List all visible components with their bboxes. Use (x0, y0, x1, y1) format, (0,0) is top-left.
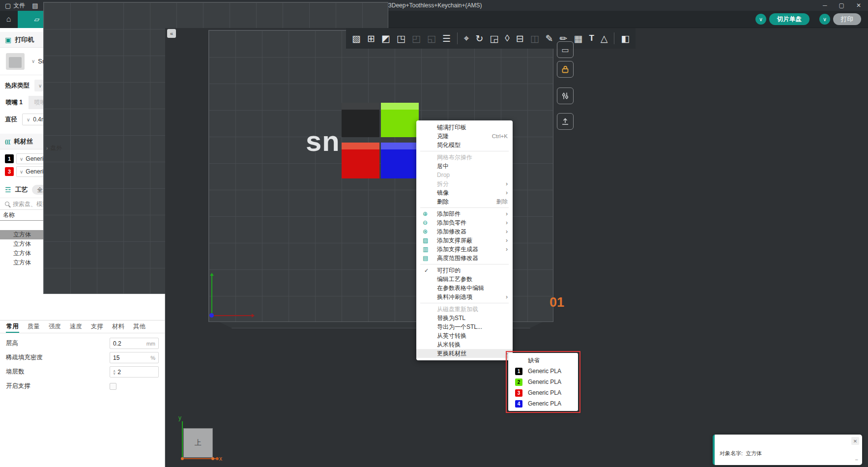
param-tab-speed[interactable]: 速度 (65, 321, 87, 333)
info-object-name: 对象名字: 立方体 (720, 450, 857, 457)
navigation-cube[interactable]: 上 (183, 428, 213, 458)
plate-adjust-button[interactable] (557, 88, 574, 104)
submenu-item-default[interactable]: 缺省 (508, 355, 578, 366)
printer-icon: ▣ (5, 36, 11, 44)
model-cube-black[interactable] (342, 103, 379, 137)
sliders-icon (561, 91, 570, 100)
menu-item-mirror[interactable]: 镜像› (416, 188, 513, 197)
file-menu[interactable]: ▢ 文件 (5, 1, 25, 10)
chevron-down-icon: ∨ (20, 156, 23, 162)
menu-item-printable[interactable]: ✓可打印的 (416, 266, 513, 275)
filament-section-title: 耗材丝 (14, 137, 33, 146)
param-tab-others[interactable]: 其他 (129, 321, 150, 333)
assembly-view-icon[interactable]: ☰ (442, 33, 451, 44)
print-button[interactable]: 打印 (833, 13, 861, 25)
filament-3-swatch[interactable]: 3 (5, 167, 14, 176)
plate-settings-button[interactable]: ▭ (557, 41, 574, 58)
cube-front-face (381, 110, 419, 137)
info-minimize-icon[interactable]: − (855, 457, 858, 463)
rotate-icon[interactable]: ↻ (475, 33, 483, 44)
menu-item-edit-in-table[interactable]: 在参数表格中编辑 (416, 284, 513, 292)
menu-item-height-range[interactable]: ▤高度范围修改器 (416, 254, 513, 263)
maximize-button[interactable]: ▢ (839, 2, 844, 9)
home-button[interactable]: ⌂ (0, 11, 18, 28)
menu-item-fill-plate[interactable]: 铺满打印板 (416, 123, 513, 132)
menu-item-delete[interactable]: 删除删除 (416, 197, 513, 206)
param-tab-material[interactable]: 材料 (108, 321, 129, 333)
measure-icon[interactable]: △ (601, 33, 608, 44)
param-tab-quality[interactable]: 质量 (23, 321, 44, 333)
close-button[interactable]: ✕ (856, 2, 861, 9)
info-close-icon[interactable]: ✕ (851, 437, 859, 445)
submenu-item-filament-3[interactable]: 3Generic PLA (508, 387, 578, 398)
menu-item-export-stl[interactable]: 导出为一个STL... (416, 322, 513, 331)
wall-loops-stepper[interactable]: ∧∨ (110, 366, 159, 378)
menu-item-add-negative[interactable]: ⊖添加负零件› (416, 218, 513, 227)
viewport-3d[interactable]: sn 01 « ▧ ⊞ ◩ ◳ ◰ ◱ ☰ ⌖ (165, 28, 868, 467)
support-paint-icon[interactable]: ✎ (546, 33, 553, 44)
menu-item-add-support-blocker[interactable]: ▨添加支撑屏蔽› (416, 236, 513, 245)
snapshot-icon[interactable]: ◳ (397, 33, 405, 44)
menu-item-change-filament[interactable]: 更换耗材丝› (416, 349, 513, 358)
color-paint-icon[interactable]: ▦ (574, 33, 582, 44)
model-cube-blue[interactable] (381, 143, 419, 178)
nozzle-tab-1[interactable]: 喷嘴 1 (0, 96, 29, 109)
menu-item-flush-options[interactable]: 换料冲刷选项› (416, 292, 513, 301)
split-view-icon[interactable]: ◧ (621, 33, 630, 44)
sidebar-collapse-button[interactable]: « (167, 29, 176, 38)
cube-front-face (342, 149, 379, 178)
arrow-up-icon (561, 117, 570, 126)
submenu-item-filament-4[interactable]: 4Generic PLA (508, 398, 578, 409)
param-tab-common[interactable]: 常用 (2, 321, 23, 333)
arrange-icon[interactable]: ⊞ (367, 33, 375, 44)
menu-item-center[interactable]: 居中 (416, 162, 513, 171)
auto-arrange-icon[interactable]: ▧ (352, 33, 361, 44)
table-row-outside[interactable]: ›盘外 (0, 267, 165, 277)
print-options-chevron[interactable]: ∨ (819, 14, 830, 25)
wall-loops-value[interactable] (117, 369, 155, 376)
menu-item-add-support-enforcer[interactable]: ▥添加支撑生成器› (416, 245, 513, 254)
menu-item-convert-meters[interactable]: 从米转换 (416, 340, 513, 349)
lift-objects-button[interactable] (557, 113, 574, 130)
plate-number-label: 01 (550, 295, 564, 310)
chevron-down-icon: ∨ (20, 169, 23, 175)
lay-flat-icon[interactable]: ◊ (505, 33, 509, 44)
submenu-item-filament-2[interactable]: 2Generic PLA (508, 377, 578, 387)
minimize-button[interactable]: ─ (823, 2, 827, 9)
add-negative-icon: ⊖ (423, 218, 428, 227)
infill-density-input[interactable]: % (110, 352, 159, 363)
scale-icon[interactable]: ◲ (490, 33, 498, 44)
filament-1-swatch[interactable]: 1 (5, 154, 14, 163)
infill-density-value[interactable] (113, 354, 148, 361)
bed-type-label: 热床类型 (5, 82, 29, 90)
layer-height-input[interactable]: mm (110, 338, 159, 349)
model-cube-green-selected[interactable] (381, 103, 419, 137)
auto-orient-icon[interactable]: ◩ (381, 33, 390, 44)
enable-support-checkbox[interactable] (110, 383, 116, 390)
height-range-icon: ▤ (423, 254, 428, 263)
plate-logo-text: sn (306, 124, 340, 157)
param-tab-strength[interactable]: 强度 (44, 321, 65, 333)
menu-item-replace-with-stl[interactable]: 替换为STL (416, 314, 513, 322)
support-blocker-icon: ▨ (423, 236, 428, 245)
lock-plate-button[interactable] (557, 61, 574, 78)
param-layer-height: 层高 mm (0, 336, 165, 350)
menu-item-add-part[interactable]: ⊕添加部件› (416, 209, 513, 218)
menu-item-convert-inches[interactable]: 从英寸转换 (416, 331, 513, 340)
file-icon: ▢ (5, 2, 11, 9)
notes-icon[interactable]: ▤ (32, 2, 38, 9)
param-tab-support[interactable]: 支撑 (87, 321, 108, 333)
model-cube-red[interactable] (342, 143, 379, 178)
cut-icon[interactable]: ⊟ (516, 33, 524, 44)
move-icon[interactable]: ⌖ (464, 33, 469, 44)
menu-item-add-modifier[interactable]: ⊛添加修改器› (416, 227, 513, 236)
slice-plate-button[interactable]: 切片单盘 (769, 13, 810, 25)
submenu-item-filament-1[interactable]: 1Generic PLA (508, 366, 578, 377)
menu-item-edit-process[interactable]: 编辑工艺参数 (416, 275, 513, 284)
menu-item-simplify[interactable]: 简化模型 (416, 141, 513, 149)
layer-height-value[interactable] (113, 340, 145, 347)
menu-item-clone[interactable]: 克隆Ctrl+K (416, 132, 513, 141)
slice-options-chevron[interactable]: ∨ (755, 14, 766, 25)
stepper-arrows-icon[interactable]: ∧∨ (113, 370, 116, 375)
text-tool-icon[interactable]: T (589, 33, 594, 43)
